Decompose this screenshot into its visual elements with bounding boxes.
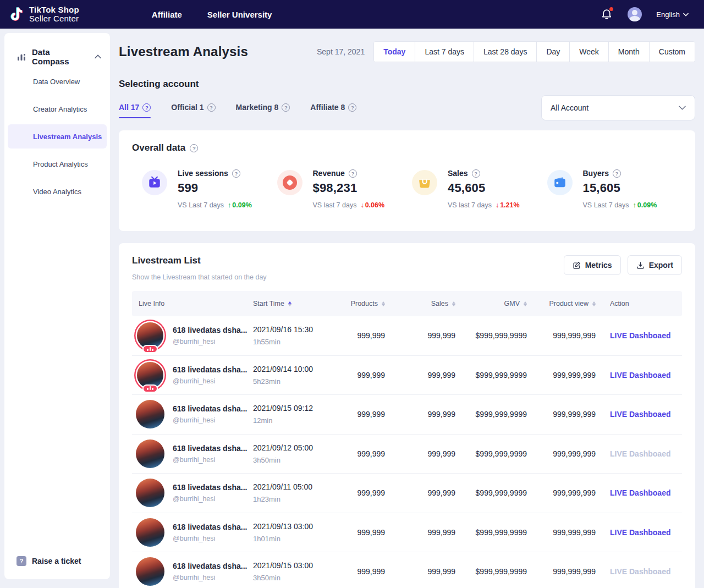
start-time: 2021/09/13 03:00 [253, 522, 336, 531]
nav-link-affiliate[interactable]: Affiliate [152, 10, 182, 19]
sidebar-item-creator-analytics[interactable]: Creator Analytics [8, 97, 107, 121]
action-cell: LIVE Dashboaed [596, 331, 682, 340]
account-dropdown-value: All Account [551, 103, 588, 112]
tiktok-note-icon [8, 5, 24, 24]
livestream-title: 618 livedatas dsha... [173, 404, 247, 413]
chevron-up-icon [95, 54, 101, 59]
metric-card-buyers: Buyers?15,605VS Last 7 days↑0.09% [547, 169, 683, 209]
table-row: 618 livedatas dsha... @burrihi_hesi 2021… [132, 474, 682, 513]
sidebar-section-data-compass[interactable]: Data Compass [4, 47, 110, 66]
account-dropdown[interactable]: All Account [541, 95, 695, 120]
edit-metrics-icon [573, 261, 581, 270]
livestream-handle: @burrihi_hesi [173, 574, 247, 581]
nav-link-seller-university[interactable]: Seller University [207, 10, 272, 19]
range-button-custom[interactable]: Custom [649, 42, 695, 62]
livestream-avatar[interactable] [134, 556, 166, 587]
live-info-cell: 618 livedatas dsha... @burrihi_hesi [132, 359, 253, 391]
livestream-avatar[interactable] [134, 477, 166, 509]
help-icon[interactable]: ? [348, 103, 356, 112]
col-gmv[interactable]: GMV [455, 300, 527, 307]
metrics-button[interactable]: Metrics [564, 255, 621, 275]
product-view-value: 999,999,999 [527, 567, 596, 576]
products-value: 999,999 [336, 331, 385, 340]
live-info-cell: 618 livedatas dsha... @burrihi_hesi [132, 398, 253, 430]
help-icon[interactable]: ? [613, 169, 621, 178]
col-sales[interactable]: Sales [385, 300, 455, 307]
col-products[interactable]: Products [336, 300, 385, 307]
col-start-time[interactable]: Start Time [253, 300, 336, 307]
account-tabs: All 17?Official 1?Marketing 8?Affiliate … [119, 100, 356, 118]
sidebar-item-livestream-analysis[interactable]: Livestream Analysis [8, 124, 107, 149]
tab-marketing-8[interactable]: Marketing 8? [236, 103, 290, 118]
duration: 1h01min [253, 535, 336, 543]
raise-a-ticket-button[interactable]: ? Raise a ticket [16, 556, 81, 566]
metric-delta: ↓0.06% [360, 201, 384, 209]
tiktok-logo[interactable]: TikTok Shop Seller Center [8, 5, 79, 24]
livestream-avatar[interactable] [134, 320, 166, 351]
sidebar-item-video-analytics[interactable]: Video Analytics [8, 179, 107, 204]
live-dashboard-link[interactable]: LIVE Dashboaed [610, 331, 670, 340]
livestream-title: 618 livedatas dsha... [173, 326, 247, 334]
live-dashboard-link[interactable]: LIVE Dashboaed [610, 528, 670, 537]
range-button-month[interactable]: Month [608, 42, 649, 62]
sales-value: 999,999 [385, 449, 455, 458]
range-button-week[interactable]: Week [569, 42, 608, 62]
help-icon[interactable]: ? [207, 103, 216, 112]
start-time: 2021/09/14 10:00 [253, 365, 336, 373]
table-row: 618 livedatas dsha... @burrihi_hesi 2021… [132, 316, 682, 356]
start-time: 2021/09/12 05:00 [253, 443, 336, 452]
avatar-image [136, 557, 164, 586]
duration: 3h50min [253, 574, 336, 582]
help-icon[interactable]: ? [190, 144, 198, 152]
tab-label: Marketing 8 [236, 103, 279, 112]
livestream-avatar[interactable] [134, 516, 166, 548]
metric-label: Sales [448, 169, 468, 178]
live-dashboard-link[interactable]: LIVE Dashboaed [610, 567, 670, 576]
tab-affiliate-8[interactable]: Affiliate 8? [310, 103, 356, 118]
livestream-list-subtitle: Show the Livestream that started on the … [132, 273, 267, 281]
sidebar-item-data-overview[interactable]: Data Overview [8, 69, 107, 94]
livestream-avatar[interactable] [134, 398, 166, 430]
range-button-last-7-days[interactable]: Last 7 days [415, 42, 474, 62]
help-icon[interactable]: ? [142, 103, 151, 112]
product-view-value: 999,999,999 [527, 331, 596, 340]
tab-official-1[interactable]: Official 1? [171, 103, 215, 118]
livestream-avatar[interactable] [134, 438, 166, 470]
sidebar-item-product-analytics[interactable]: Product Analytics [8, 152, 107, 176]
range-button-day[interactable]: Day [536, 42, 569, 62]
live-dashboard-link[interactable]: LIVE Dashboaed [610, 449, 670, 458]
range-button-last-28-days[interactable]: Last 28 days [474, 42, 536, 62]
tab-label: All 17 [119, 103, 139, 112]
col-product-view[interactable]: Product view [527, 300, 596, 307]
start-time-cell: 2021/09/16 15:30 1h55min [253, 325, 336, 346]
duration: 1h23min [253, 495, 336, 503]
live-dashboard-link[interactable]: LIVE Dashboaed [610, 488, 670, 497]
help-icon[interactable]: ? [232, 169, 240, 178]
table-header-row: Live Info Start Time Products Sales GMV … [132, 291, 682, 316]
product-view-value: 999,999,999 [527, 371, 596, 380]
metric-delta: ↑0.09% [633, 201, 657, 209]
user-avatar[interactable] [628, 7, 642, 21]
help-icon[interactable]: ? [349, 169, 357, 178]
table-row: 618 livedatas dsha... @burrihi_hesi 2021… [132, 356, 682, 395]
question-icon: ? [16, 556, 26, 566]
sidebar-section-label: Data Compass [32, 47, 89, 66]
wallet-icon [547, 170, 573, 195]
live-dashboard-link[interactable]: LIVE Dashboaed [610, 371, 670, 380]
export-button-label: Export [649, 261, 673, 270]
sidebar: Data Compass Data OverviewCreator Analyt… [4, 33, 110, 579]
help-icon[interactable]: ? [282, 103, 290, 112]
notification-bell-icon[interactable] [600, 8, 613, 21]
language-selector[interactable]: English [656, 10, 689, 19]
livestream-avatar[interactable] [134, 359, 166, 391]
tab-all-17[interactable]: All 17? [119, 103, 151, 118]
col-action: Action [596, 300, 682, 307]
help-icon[interactable]: ? [472, 169, 480, 178]
live-dashboard-link[interactable]: LIVE Dashboaed [610, 410, 670, 419]
export-button[interactable]: Export [628, 255, 682, 275]
product-view-value: 999,999,999 [527, 528, 596, 537]
range-button-today[interactable]: Today [374, 42, 415, 62]
product-view-value: 999,999,999 [527, 410, 596, 419]
duration: 3h50min [253, 456, 336, 464]
action-cell: LIVE Dashboaed [596, 371, 682, 380]
